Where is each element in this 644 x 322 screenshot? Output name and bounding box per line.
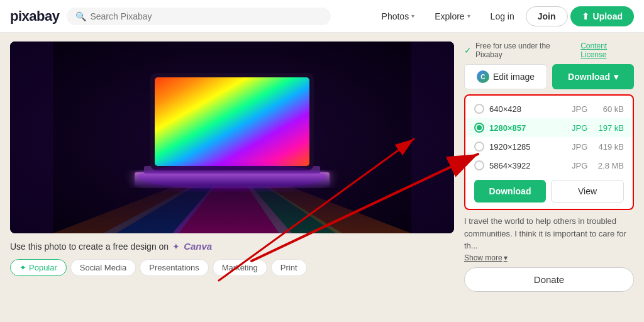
size-kb: 419 kB xyxy=(596,142,624,152)
header-nav: Photos ▾ Explore ▾ Log in Join ⬆ Upload xyxy=(373,6,634,26)
size-label: 640×428 xyxy=(489,104,567,114)
size-type: JPG xyxy=(572,161,591,170)
size-label-active: 1280×857 xyxy=(489,123,567,133)
edit-logo-icon: C xyxy=(477,70,489,83)
laptop-image xyxy=(10,42,454,233)
header: pixabay 🔍 Photos ▾ Explore ▾ Log in Join… xyxy=(0,0,644,33)
upload-button[interactable]: ⬆ Upload xyxy=(570,6,634,26)
size-label: 5864×3922 xyxy=(489,161,567,170)
main-content: Use this photo to create a free design o… xyxy=(0,33,644,322)
tag-print[interactable]: Print xyxy=(271,259,307,276)
license-bar: ✓ Free for use under the Pixabay Content… xyxy=(464,42,634,59)
canva-banner: Use this photo to create a free design o… xyxy=(10,241,454,252)
search-input[interactable] xyxy=(90,11,322,21)
search-bar: 🔍 xyxy=(67,8,331,25)
left-panel: Use this photo to create a free design o… xyxy=(10,42,454,313)
size-option-3[interactable]: 1920×1285 JPG 419 kB xyxy=(465,137,633,156)
tags-bar: ✦ Popular Social Media Presentations Mar… xyxy=(10,259,454,276)
download-button[interactable]: Download xyxy=(474,180,546,203)
size-kb: 60 kB xyxy=(596,104,624,114)
logo: pixabay xyxy=(10,8,59,25)
radio-selected xyxy=(474,123,484,133)
size-option-1[interactable]: 640×428 JPG 60 kB xyxy=(465,99,633,118)
radio-unselected xyxy=(474,104,484,114)
image-container xyxy=(10,42,454,233)
size-label: 1920×1285 xyxy=(489,142,567,152)
canva-link[interactable]: Canva xyxy=(184,241,212,252)
chevron-down-icon: ▾ xyxy=(411,13,414,19)
chevron-down-icon: ▾ xyxy=(467,13,470,19)
size-option-2[interactable]: 1280×857 JPG 197 kB xyxy=(465,118,633,137)
radio-unselected xyxy=(474,160,484,170)
check-icon: ✓ xyxy=(464,45,472,55)
content-license-link[interactable]: Content License xyxy=(580,42,634,59)
edit-image-button[interactable]: C Edit image xyxy=(464,64,547,89)
donate-button[interactable]: Donate xyxy=(464,267,634,292)
size-kb-active: 197 kB xyxy=(596,123,624,133)
action-row: C Edit image Download ▾ xyxy=(464,64,634,89)
size-type-active: JPG xyxy=(572,123,591,133)
svg-point-11 xyxy=(138,164,326,189)
size-type: JPG xyxy=(572,142,591,152)
photos-nav-button[interactable]: Photos ▾ xyxy=(373,7,424,26)
tag-presentations[interactable]: Presentations xyxy=(140,259,209,276)
explore-nav-button[interactable]: Explore ▾ xyxy=(426,7,479,26)
view-button[interactable]: View xyxy=(551,180,624,203)
canva-star-icon: ✦ xyxy=(172,242,180,252)
size-kb: 2.8 MB xyxy=(596,161,624,170)
license-text: Free for use under the Pixabay xyxy=(475,42,577,59)
show-more-link[interactable]: Show more ▾ xyxy=(464,253,634,262)
radio-unselected xyxy=(474,142,484,152)
canva-text: Use this photo to create a free design o… xyxy=(10,242,169,252)
tag-social-media[interactable]: Social Media xyxy=(70,259,136,276)
right-panel: ✓ Free for use under the Pixabay Content… xyxy=(464,42,634,313)
tag-marketing[interactable]: Marketing xyxy=(213,259,267,276)
download-action-row: Download View xyxy=(465,175,633,205)
join-button[interactable]: Join xyxy=(526,6,568,26)
description-block: I travel the world to help others in tro… xyxy=(464,215,634,262)
search-icon: 🔍 xyxy=(75,11,86,21)
tag-icon: ✦ xyxy=(19,263,26,272)
download-options-panel: 640×428 JPG 60 kB 1280×857 JPG 197 kB 19… xyxy=(464,94,634,210)
chevron-down-icon: ▾ xyxy=(504,253,508,262)
chevron-down-icon: ▾ xyxy=(614,72,618,82)
size-option-4[interactable]: 5864×3922 JPG 2.8 MB xyxy=(465,156,633,175)
laptop-svg xyxy=(10,42,454,233)
radio-dot xyxy=(477,125,482,130)
upload-icon: ⬆ xyxy=(582,11,589,21)
svg-rect-10 xyxy=(155,77,309,166)
size-type: JPG xyxy=(572,104,591,114)
description-text: I travel the world to help others in tro… xyxy=(464,215,634,252)
tag-popular[interactable]: ✦ Popular xyxy=(10,259,67,276)
download-main-button[interactable]: Download ▾ xyxy=(552,64,634,89)
login-button[interactable]: Log in xyxy=(482,7,523,26)
